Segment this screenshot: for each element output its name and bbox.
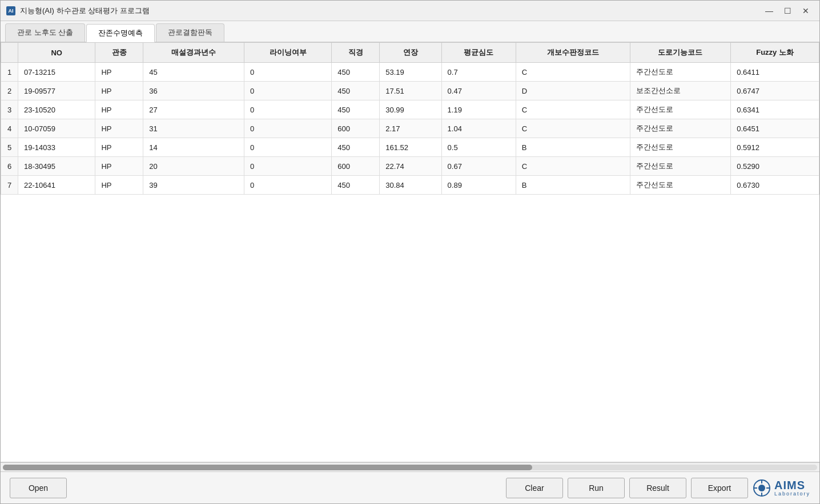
cell-lining: 0 (244, 176, 331, 195)
table-row[interactable]: 1 07-13215 HP 45 0 450 53.19 0.7 C 주간선도로… (1, 63, 819, 82)
row-num: 5 (1, 138, 18, 157)
col-header-gwanjong: 관종 (95, 43, 143, 63)
cell-fuzzy: 0.6747 (731, 82, 819, 100)
cell-lining: 0 (244, 157, 331, 176)
cell-yeonjang: 17.51 (380, 82, 441, 100)
run-button[interactable]: Run (568, 478, 625, 498)
cell-fuzzy: 0.5290 (731, 157, 819, 176)
cell-pyunggyun: 0.7 (441, 63, 516, 82)
cell-dorogineung: 주간선도로 (630, 119, 731, 138)
col-header-fuzzy: Fuzzy 노화 (731, 43, 819, 63)
cell-gaeposupan: B (516, 138, 630, 157)
cell-gaeposupan: C (516, 100, 630, 119)
tab-janjongsuhmyung[interactable]: 잔존수명예측 (86, 24, 155, 42)
col-header-lining: 라이닝여부 (244, 43, 331, 63)
cell-lining: 0 (244, 82, 331, 100)
col-header-pyunggyun: 평균심도 (441, 43, 516, 63)
table-row[interactable]: 3 23-10520 HP 27 0 450 30.99 1.19 C 주간선도… (1, 100, 819, 119)
cell-maesul: 14 (143, 138, 244, 157)
row-num: 2 (1, 82, 18, 100)
result-button[interactable]: Result (629, 478, 686, 498)
cell-gwanjong: HP (95, 100, 143, 119)
aims-brand-text: AIMS (774, 479, 810, 491)
cell-gwanjong: HP (95, 157, 143, 176)
table-row[interactable]: 4 10-07059 HP 31 0 600 2.17 1.04 C 주간선도로… (1, 119, 819, 138)
data-table: NO 관종 매설경과년수 라이닝여부 직경 연장 평균심도 개보수판정코드 도로… (1, 42, 819, 195)
cell-gwanjong: HP (95, 63, 143, 82)
cell-fuzzy: 0.6411 (731, 63, 819, 82)
cell-gwanjong: HP (95, 176, 143, 195)
export-button[interactable]: Export (691, 478, 748, 498)
cell-gwanjong: HP (95, 119, 143, 138)
close-button[interactable]: ✕ (798, 5, 814, 17)
cell-no: 10-07059 (18, 119, 95, 138)
cell-no: 19-09577 (18, 82, 95, 100)
svg-point-1 (758, 485, 765, 491)
table-container[interactable]: NO 관종 매설경과년수 라이닝여부 직경 연장 평균심도 개보수판정코드 도로… (1, 42, 819, 462)
table-row[interactable]: 2 19-09577 HP 36 0 450 17.51 0.47 D 보조간선… (1, 82, 819, 100)
app-icon: AI (6, 6, 15, 15)
cell-pyunggyun: 0.67 (441, 157, 516, 176)
cell-gaeposupan: B (516, 176, 630, 195)
footer-bar: Open Clear Run Result Export (1, 471, 819, 503)
cell-jikgyeong: 450 (332, 176, 380, 195)
row-num: 6 (1, 157, 18, 176)
row-num: 7 (1, 176, 18, 195)
aims-logo-text: AIMS Laboratory (774, 479, 810, 497)
aims-logo-icon (753, 479, 771, 497)
cell-lining: 0 (244, 100, 331, 119)
cell-jikgyeong: 450 (332, 100, 380, 119)
col-header-dorogineung: 도로기능코드 (630, 43, 731, 63)
table-body: 1 07-13215 HP 45 0 450 53.19 0.7 C 주간선도로… (1, 63, 819, 195)
cell-maesul: 45 (143, 63, 244, 82)
cell-jikgyeong: 450 (332, 82, 380, 100)
table-row[interactable]: 5 19-14033 HP 14 0 450 161.52 0.5 B 주간선도… (1, 138, 819, 157)
table-row[interactable]: 7 22-10641 HP 39 0 450 30.84 0.89 B 주간선도… (1, 176, 819, 195)
cell-no: 18-30495 (18, 157, 95, 176)
maximize-button[interactable]: ☐ (779, 5, 795, 17)
cell-fuzzy: 0.6451 (731, 119, 819, 138)
cell-maesul: 31 (143, 119, 244, 138)
cell-pyunggyun: 0.47 (441, 82, 516, 100)
tab-gwanro-gyeolham[interactable]: 관로결함판독 (156, 23, 224, 42)
cell-dorogineung: 주간선도로 (630, 100, 731, 119)
cell-maesul: 27 (143, 100, 244, 119)
cell-yeonjang: 161.52 (380, 138, 441, 157)
col-header-gaeposupan: 개보수판정코드 (516, 43, 630, 63)
cell-jikgyeong: 450 (332, 138, 380, 157)
minimize-button[interactable]: — (761, 5, 777, 17)
cell-yeonjang: 53.19 (380, 63, 441, 82)
cell-lining: 0 (244, 63, 331, 82)
cell-pyunggyun: 1.04 (441, 119, 516, 138)
clear-button[interactable]: Clear (506, 478, 563, 498)
cell-maesul: 36 (143, 82, 244, 100)
cell-yeonjang: 30.99 (380, 100, 441, 119)
main-window: AI 지능형(AI) 하수관로 상태평가 프로그램 — ☐ ✕ 관로 노후도 산… (0, 0, 820, 504)
cell-pyunggyun: 0.89 (441, 176, 516, 195)
col-header-jikgyeong: 직경 (332, 43, 380, 63)
cell-dorogineung: 보조간선소로 (630, 82, 731, 100)
cell-no: 22-10641 (18, 176, 95, 195)
cell-maesul: 39 (143, 176, 244, 195)
cell-pyunggyun: 1.19 (441, 100, 516, 119)
horizontal-scrollbar[interactable] (1, 462, 819, 471)
cell-pyunggyun: 0.5 (441, 138, 516, 157)
cell-fuzzy: 0.6730 (731, 176, 819, 195)
cell-dorogineung: 주간선도로 (630, 138, 731, 157)
tab-gwanro-nohudo[interactable]: 관로 노후도 산출 (5, 23, 85, 42)
cell-lining: 0 (244, 119, 331, 138)
footer-right-area: Clear Run Result Export AIMS (506, 478, 810, 498)
aims-sub-text: Laboratory (774, 491, 810, 497)
table-row[interactable]: 6 18-30495 HP 20 0 600 22.74 0.67 C 주간선도… (1, 157, 819, 176)
col-header-maesul: 매설경과년수 (143, 43, 244, 63)
aims-logo: AIMS Laboratory (753, 479, 810, 497)
cell-dorogineung: 주간선도로 (630, 63, 731, 82)
cell-dorogineung: 주간선도로 (630, 157, 731, 176)
col-header-yeonjang: 연장 (380, 43, 441, 63)
open-button[interactable]: Open (10, 478, 67, 498)
cell-gaeposupan: C (516, 157, 630, 176)
content-area: NO 관종 매설경과년수 라이닝여부 직경 연장 평균심도 개보수판정코드 도로… (1, 42, 819, 503)
cell-jikgyeong: 450 (332, 63, 380, 82)
footer-left-buttons: Open (10, 478, 67, 498)
cell-lining: 0 (244, 138, 331, 157)
